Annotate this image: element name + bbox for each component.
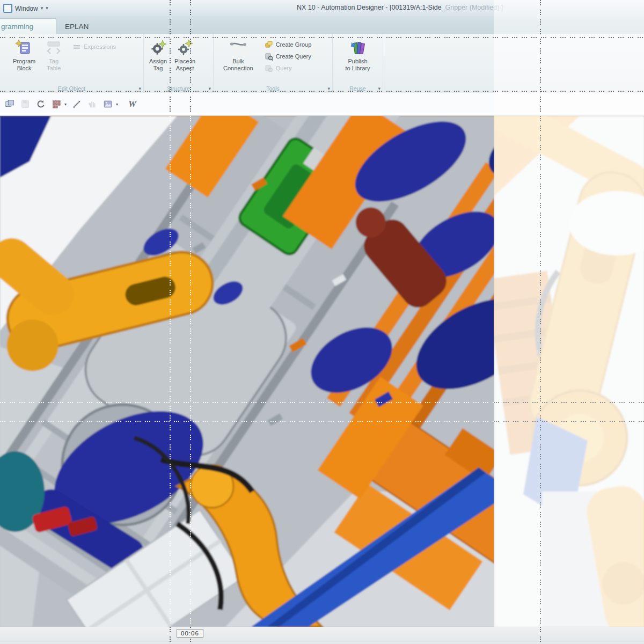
program-block-icon [16,39,33,56]
group-dialog-caret-icon[interactable]: ▾ [378,86,380,91]
pattern-grid-caret-icon[interactable]: ▾ [64,102,67,107]
group-label-reuse[interactable]: Reuse ▾ [333,85,383,92]
create-group-icon [265,40,273,49]
brush-icon[interactable] [71,99,82,109]
3d-viewport[interactable] [0,116,644,627]
tab-eplan[interactable]: EPLAN [56,19,97,34]
window-menu[interactable]: Window ▾ ▾ [0,4,48,13]
publish-to-library-icon [349,39,366,56]
query-icon [265,64,273,72]
expressions-icon [72,42,81,51]
publish-to-library-button[interactable]: Publish to Library [343,38,372,72]
watermark-glyph: W [128,99,136,109]
place-in-aspect-button[interactable]: Place in Aspect [172,38,197,72]
tab-programming[interactable]: gramming [0,18,56,34]
window-menu-label: Window [15,5,38,12]
query-button: Query [262,62,314,74]
bottom-strip [0,627,644,644]
tag-table-button: Tag Table [43,38,64,72]
program-block-button[interactable]: Program Block [11,38,38,72]
create-query-button[interactable]: Create Query [262,50,314,62]
ribbon-group-structure: Assign Tag Place in Aspect Structure [144,34,214,93]
bottom-strip-divider [0,641,644,641]
robot-cell-scene [0,116,644,627]
place-in-aspect-icon [177,39,194,56]
group-label-tools[interactable]: Tools ▾ [214,85,332,92]
bulk-connection-button[interactable]: Bulk Connection [221,38,255,72]
window-menu-caret-icon[interactable]: ▾ [41,6,43,11]
pattern-grid-icon[interactable] [51,99,62,109]
ribbon-empty-space [383,34,644,93]
pan-hand-icon [87,99,98,109]
cascade-windows-icon[interactable] [4,99,15,109]
create-group-button[interactable]: Create Group [262,39,314,50]
window-title-faded: Gripper (Modified) ] [445,4,503,11]
ribbon-group-tools: Bulk Connection Create Group [214,34,333,93]
assign-tag-button[interactable]: Assign Tag [147,38,169,72]
quick-toolbar: ▾ ▾ W [0,93,644,116]
refresh-icon[interactable] [35,99,46,109]
image-capture-icon[interactable] [103,99,113,109]
ribbon-group-edit-object: Program Block Tag Table [0,34,144,93]
save-layout-icon [20,99,31,109]
window-icon [3,4,12,13]
titlebar: Window ▾ ▾ NX 10 - Automation Designer -… [0,0,644,17]
ribbon-group-reuse: Publish to Library Reuse ▾ [333,34,383,93]
group-label-edit-object[interactable]: Edit Object ▾ [0,85,143,92]
ribbon-tabstrip: gramming EPLAN [0,17,644,34]
window-title: NX 10 - Automation Designer - [001319/A:… [297,4,503,11]
bulk-connection-icon [230,39,247,56]
page-time-marker: 00:06 [177,629,203,638]
window-title-main: NX 10 - Automation Designer - [001319/A:… [297,4,445,11]
group-dialog-caret-icon[interactable]: ▾ [327,86,330,91]
group-dialog-caret-icon[interactable]: ▾ [138,86,141,91]
assign-tag-icon [150,39,167,56]
create-query-icon [265,52,273,61]
image-capture-caret-icon[interactable]: ▾ [116,102,118,107]
group-label-structure[interactable]: Structure ▾ [144,85,213,92]
ribbon: Program Block Tag Table [0,34,644,93]
group-dialog-caret-icon[interactable]: ▾ [208,86,211,91]
tag-table-icon [45,39,62,56]
quick-access-caret-icon[interactable]: ▾ [46,6,48,11]
expressions-button: Expressions [70,41,119,53]
